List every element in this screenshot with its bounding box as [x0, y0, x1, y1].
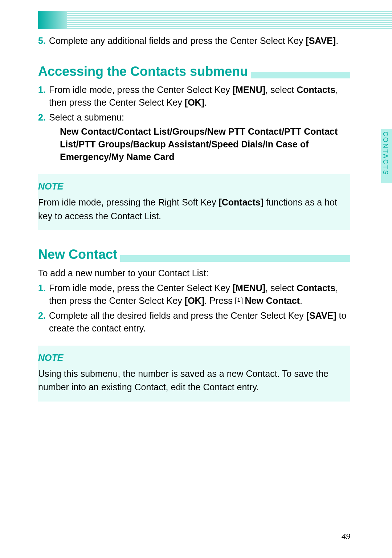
save-key-label: [SAVE]	[306, 310, 336, 321]
text: , select	[265, 85, 297, 95]
h2-intro: To add a new number to your Contact List…	[38, 267, 350, 280]
heading-new-contact: New Contact	[38, 245, 350, 264]
step-text: Complete any additional fields and press…	[49, 36, 306, 46]
heading-text: New Contact	[38, 245, 117, 264]
submenu-options: New Contact/Contact List/Groups/New PTT …	[49, 125, 350, 163]
heading-text: Accessing the Contacts submenu	[38, 62, 248, 81]
save-key-label: [SAVE]	[306, 36, 336, 46]
menu-key-label: [MENU]	[233, 85, 265, 95]
heading-bar	[251, 72, 350, 78]
note-body: From idle mode, pressing the Right Soft …	[38, 196, 343, 223]
note-body: Using this submenu, the number is saved …	[38, 367, 343, 394]
step-number: 2.	[38, 111, 46, 124]
contacts-label: Contacts	[297, 85, 335, 95]
step-5: 5. Complete any additional fields and pr…	[38, 34, 350, 47]
note-box-1: NOTE From idle mode, pressing the Right …	[38, 174, 350, 230]
step-number: 1.	[38, 282, 46, 294]
text: From idle mode, pressing the Right Soft …	[38, 197, 219, 207]
note-box-2: NOTE Using this submenu, the number is s…	[38, 346, 350, 402]
text: . Press	[204, 296, 235, 306]
new-contact-label: New Contact	[245, 296, 299, 306]
menu-key-label: [MENU]	[233, 283, 265, 293]
text: Complete all the desired fields and pres…	[49, 310, 306, 321]
heading-bar	[120, 255, 350, 262]
ok-key-label: [OK]	[185, 296, 204, 306]
text: Select a submenu:	[49, 112, 124, 122]
step-number: 2.	[38, 309, 46, 322]
step-text-after: .	[336, 36, 338, 46]
text: From idle mode, press the Center Select …	[49, 283, 233, 293]
text: .	[204, 97, 207, 107]
ok-key-label: [OK]	[185, 97, 204, 107]
h1-step-2: 2. Select a submenu: New Contact/Contact…	[38, 111, 350, 163]
step-number: 1.	[38, 84, 46, 96]
note-label: NOTE	[38, 180, 343, 193]
heading-accessing-contacts: Accessing the Contacts submenu	[38, 62, 350, 81]
page-number: 49	[342, 530, 350, 543]
h2-step-2: 2. Complete all the desired fields and p…	[38, 309, 350, 335]
page-content: 5. Complete any additional fields and pr…	[38, 34, 350, 409]
text: From idle mode, press the Center Select …	[49, 85, 233, 95]
h2-step-1: 1. From idle mode, press the Center Sele…	[38, 282, 350, 307]
text: .	[300, 296, 302, 306]
contacts-label: Contacts	[297, 283, 335, 293]
contacts-softkey-label: [Contacts]	[219, 197, 264, 207]
text: , select	[265, 283, 297, 293]
header-stripes	[38, 11, 392, 29]
key-1-icon: 1	[235, 297, 242, 304]
h1-step-1: 1. From idle mode, press the Center Sele…	[38, 84, 350, 109]
step-number: 5.	[38, 34, 46, 47]
side-tab-label: CONTACTS	[381, 131, 390, 176]
note-label: NOTE	[38, 351, 343, 364]
